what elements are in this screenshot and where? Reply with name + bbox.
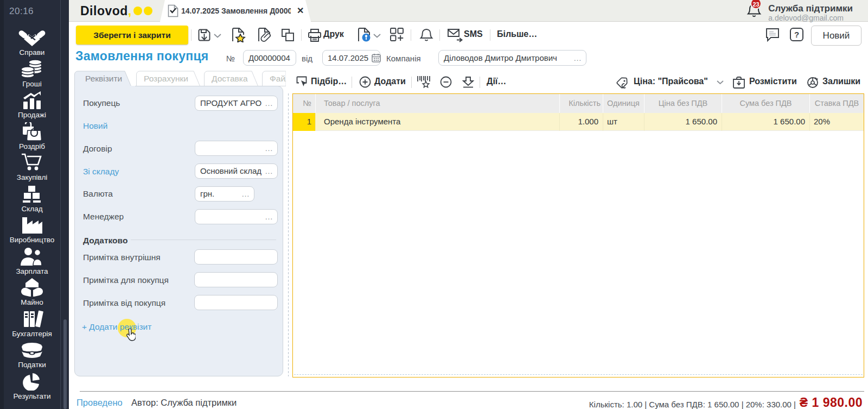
svg-text:Файл: Файл [270,74,286,83]
svg-text:?: ? [794,30,799,39]
svg-text:Розрахунки: Розрахунки [144,74,188,83]
svg-text:Реквізити: Реквізити [85,74,122,83]
svg-text:Доставка: Доставка [212,74,248,83]
